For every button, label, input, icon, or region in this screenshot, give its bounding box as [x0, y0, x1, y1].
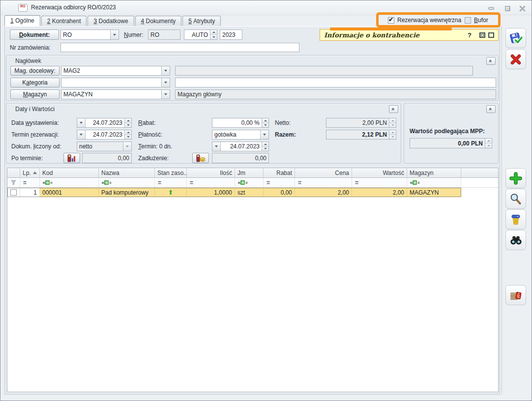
nr-zamowienia-input[interactable] — [60, 43, 299, 52]
column-header-cena[interactable]: Cena — [295, 168, 352, 177]
cell-jm: szt — [235, 188, 264, 197]
tab-dokumenty[interactable]: 4 Dokumenty — [135, 16, 182, 26]
cancel-button[interactable] — [505, 49, 526, 69]
termin-rezerwacji-datepicker[interactable]: 24.07.2023 — [77, 130, 132, 140]
spinner-icon[interactable] — [124, 118, 131, 127]
tab-dodatkowe[interactable]: 3 Dodatkowe — [88, 16, 134, 26]
mag-docelowy-button[interactable]: Mag. docelowy: — [10, 66, 59, 76]
calendar-dropdown-icon[interactable] — [212, 142, 221, 151]
collapse-mpp-button[interactable]: « — [486, 105, 496, 113]
filter-cell-magazyn[interactable]: aBc — [407, 178, 461, 187]
spinner-icon[interactable] — [262, 118, 268, 127]
minimize-button[interactable] — [486, 5, 496, 12]
mpp-field: 0,00 PLN — [410, 138, 492, 148]
magazyn-combo[interactable]: MAGAZYN — [61, 89, 170, 99]
calendar-dropdown-icon[interactable] — [77, 118, 86, 127]
tab-atrybuty[interactable]: 5 Atrybuty — [182, 16, 221, 26]
mag-docelowy-combo[interactable]: MAG2 — [61, 66, 170, 76]
tab-ogolne[interactable]: 1 Ogólne — [4, 15, 40, 26]
selected-row[interactable]: 1 000001 Pad komputerowy 1,0000 szt 0,00… — [7, 188, 461, 197]
promotions-button[interactable] — [505, 285, 526, 305]
kategoria-combo[interactable] — [61, 78, 170, 87]
cancel-icon — [509, 53, 522, 66]
filter-cell-ilosc[interactable]: = — [187, 178, 235, 187]
filter-cell-nazwa[interactable]: aBc — [99, 178, 155, 187]
bufor-label: Bufor — [474, 17, 488, 24]
save-button[interactable] — [505, 28, 526, 48]
row-checkbox[interactable] — [10, 189, 17, 196]
column-header-magazyn[interactable]: Magazyn — [407, 168, 461, 177]
data-wystawienia-datepicker[interactable]: 24.07.2023 — [77, 118, 132, 128]
kategoria-button[interactable]: Kategoria — [10, 78, 59, 87]
column-header-jm[interactable]: Jm — [235, 168, 264, 177]
daty-wartosci-title: Daty i Wartości — [15, 106, 55, 113]
delete-item-button[interactable] — [505, 209, 526, 229]
cell-wartosc: 2,00 — [352, 188, 407, 197]
dokument-button[interactable]: Dokument: — [10, 29, 59, 40]
restore-button[interactable] — [502, 5, 512, 12]
magazyn-button[interactable]: Magazyn — [10, 89, 59, 99]
numer-year-field[interactable]: 2023 — [220, 29, 242, 40]
column-header-stan[interactable]: Stan zaso... — [155, 168, 187, 177]
termin-datepicker[interactable]: 24.07.2023 — [212, 142, 269, 151]
kontrahent-info-panel[interactable]: Informacje o kontrahencie ? — [320, 29, 499, 41]
numer-label: Numer: — [124, 29, 143, 40]
chevron-down-icon[interactable] — [161, 78, 170, 87]
spinner-icon[interactable] — [210, 30, 217, 39]
chevron-down-icon[interactable] — [260, 130, 268, 139]
cell-kod: 000001 — [40, 188, 99, 197]
edit-item-button[interactable] — [505, 189, 526, 209]
cell-lp: 1 — [20, 188, 40, 197]
naglowek-title: Nagłówek — [15, 57, 41, 64]
collapse-naglowek-button[interactable]: « — [486, 57, 496, 65]
filter-cell-wartosc[interactable]: = — [352, 178, 407, 187]
table-row[interactable]: 1 000001 Pad komputerowy 1,0000 szt 0,00… — [7, 188, 498, 197]
spinner-icon — [389, 130, 396, 139]
filter-cell-stan[interactable]: = — [155, 178, 187, 187]
tab-kontrahent[interactable]: 2 Kontrahent — [41, 16, 87, 26]
save-icon — [509, 31, 523, 45]
help-icon[interactable]: ? — [468, 31, 472, 39]
column-header-nazwa[interactable]: Nazwa — [99, 168, 155, 177]
panel-maximize-icon[interactable] — [488, 32, 494, 38]
collapse-daty-button[interactable]: « — [389, 105, 398, 113]
chevron-down-icon[interactable] — [161, 90, 170, 99]
calendar-dropdown-icon[interactable] — [77, 130, 86, 139]
filter-cell-kod[interactable]: aBc — [40, 178, 99, 187]
filter-cell-jm[interactable]: aBc — [235, 178, 264, 187]
document-type-icon: RO — [18, 4, 28, 12]
panel-restore-icon[interactable] — [479, 32, 485, 38]
filter-cell-lp[interactable]: = — [20, 178, 40, 187]
rezerwacja-wewnetrzna-checkbox[interactable] — [388, 17, 394, 24]
column-header-rabat[interactable]: Rabat — [264, 168, 295, 177]
rezerwacja-wewnetrzna-option: Rezerwacja wewnętrzna — [388, 17, 461, 24]
zadluzenie-label: Zadłużenie: — [138, 153, 169, 163]
binoculars-icon — [509, 233, 523, 247]
row-indicator-header — [7, 168, 20, 177]
netto-label: Netto: — [275, 118, 291, 128]
filter-funnel-icon[interactable] — [7, 178, 20, 187]
po-terminie-button[interactable] — [63, 153, 80, 163]
filter-cell-cena[interactable]: = — [295, 178, 352, 187]
chevron-down-icon[interactable] — [110, 30, 118, 39]
spinner-icon[interactable] — [262, 142, 268, 151]
add-item-button[interactable] — [505, 168, 526, 188]
column-header-wartosc[interactable]: Wartość — [352, 168, 407, 177]
dokument-schema-combo[interactable]: RO — [60, 29, 119, 40]
cell-cena: 2,00 — [295, 188, 352, 197]
numer-auto-field[interactable]: AUTO — [184, 29, 217, 40]
zadluzenie-button[interactable] — [192, 153, 209, 163]
naglowek-group: Nagłówek « Mag. docelowy: MAG2 Kategoria… — [6, 55, 499, 101]
column-header-ilosc[interactable]: Ilość — [187, 168, 235, 177]
bufor-checkbox[interactable] — [465, 17, 471, 24]
chevron-down-icon[interactable] — [161, 66, 170, 75]
close-button[interactable] — [517, 5, 527, 12]
column-header-kod[interactable]: Kod — [40, 168, 99, 177]
filter-cell-rabat[interactable]: = — [264, 178, 295, 187]
rabat-field[interactable]: 0,00 % — [212, 118, 269, 128]
kategoria-desc-field[interactable] — [175, 78, 496, 87]
platnosc-combo[interactable]: gotówka — [212, 130, 269, 140]
spinner-icon[interactable] — [124, 130, 131, 139]
find-button[interactable] — [505, 230, 526, 250]
column-header-lp[interactable]: Lp. — [20, 168, 40, 177]
